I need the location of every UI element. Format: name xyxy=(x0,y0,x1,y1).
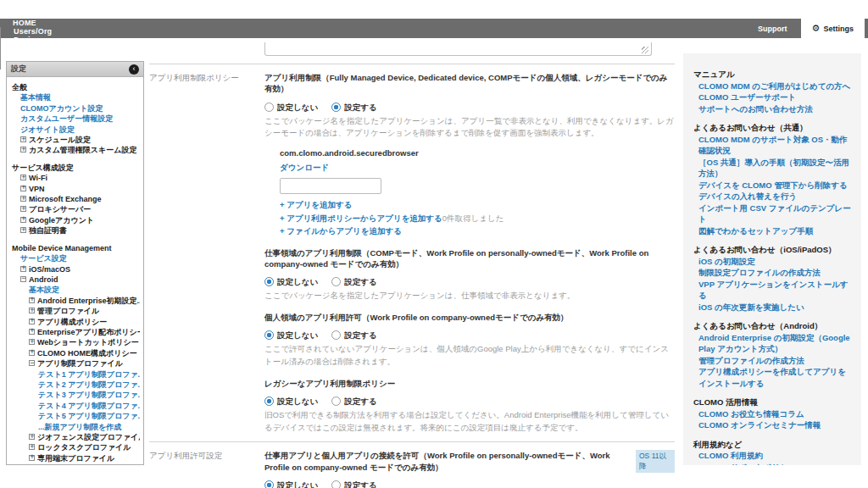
tree-item[interactable]: テスト1 アプリ制限プロファ... xyxy=(10,369,140,380)
help-link[interactable]: インポート用 CSV ファイルのテンプレート xyxy=(693,202,851,225)
expand-icon[interactable] xyxy=(20,266,26,272)
tree-item[interactable]: CLOMOアカウント設定 xyxy=(10,103,140,114)
radio-off[interactable] xyxy=(264,103,274,112)
tree-item[interactable]: Android xyxy=(10,274,140,285)
expand-icon[interactable] xyxy=(29,350,35,356)
download-link[interactable]: ダウンロード xyxy=(280,163,329,174)
tree-item[interactable]: ジオサイト設定 xyxy=(10,125,140,135)
nav-item-support[interactable]: Support xyxy=(744,19,801,38)
add-app-link[interactable]: + アプリを追加する xyxy=(280,200,353,209)
tree-item[interactable]: プロキシサーバー xyxy=(10,204,140,214)
expand-icon[interactable] xyxy=(29,308,35,313)
tree-item[interactable]: 専用端末プロファイル xyxy=(10,453,140,463)
nav-item[interactable]: Devices xyxy=(0,36,74,44)
help-link[interactable]: 図解でわかるセットアップ手順 xyxy=(693,225,851,237)
tree-item[interactable]: iOS/macOS xyxy=(10,264,140,274)
radio-off-selected[interactable] xyxy=(264,396,274,406)
tree-item[interactable]: 独自証明書 xyxy=(10,225,140,236)
nav-item[interactable]: Users/Org xyxy=(0,27,74,36)
radio-on[interactable] xyxy=(331,480,341,488)
expand-icon[interactable] xyxy=(29,455,35,461)
tree-item[interactable]: カスタム管理権限スキーム設定 xyxy=(10,145,140,155)
expand-icon[interactable] xyxy=(29,319,35,324)
tree-item[interactable]: CLOMO HOME構成ポリシー xyxy=(10,348,140,358)
help-link[interactable]: CLOMO MDM のご利用がはじめての方へ xyxy=(693,80,851,92)
help-link[interactable]: CLOMO ユーザーサポート xyxy=(693,92,851,103)
tree-item[interactable]: ジオフェンス設定プロファイル xyxy=(10,432,140,442)
help-link[interactable]: サポートへのお問い合わせ方法 xyxy=(693,103,851,115)
help-link[interactable]: CLOMO サポートポリシー xyxy=(693,462,851,466)
help-link[interactable]: 管理プロファイルの作成方法 xyxy=(693,355,851,367)
tree-item[interactable]: 基本情報 xyxy=(10,92,140,103)
resize-grip-icon[interactable] xyxy=(642,47,648,53)
tree-item[interactable]: Android Enterprise初期設定... xyxy=(10,296,140,306)
expand-icon[interactable] xyxy=(20,175,26,180)
help-link[interactable]: CLOMO お役立ち情報コラム xyxy=(693,408,851,420)
tree-item[interactable]: Webショートカットポリシー xyxy=(10,337,140,347)
expand-icon[interactable] xyxy=(20,196,26,202)
expand-icon[interactable] xyxy=(20,147,26,152)
help-link[interactable]: CLOMO 利用規約 xyxy=(693,450,851,462)
tree-item[interactable]: Wi-Fi xyxy=(10,173,140,183)
expand-icon[interactable] xyxy=(29,339,35,345)
expand-icon[interactable] xyxy=(29,434,35,440)
expand-icon[interactable] xyxy=(29,360,35,366)
tree-item[interactable]: アプリ権限設定プロファイル xyxy=(10,463,140,465)
radio-off-selected[interactable] xyxy=(264,330,274,340)
tree-item[interactable]: アプリ制限プロファイル xyxy=(10,358,140,369)
add-from-policy-link[interactable]: + アプリ利用ポリシーからアプリを追加する xyxy=(280,214,442,223)
tree-item[interactable]: アプリ構成ポリシー xyxy=(10,317,140,327)
expand-icon[interactable] xyxy=(20,217,26,223)
expand-icon[interactable] xyxy=(29,297,35,303)
expand-icon[interactable] xyxy=(20,227,26,233)
help-link[interactable]: デバイスを CLOMO 管理下から削除する xyxy=(693,180,851,191)
tree-item[interactable]: Enterpriseアプリ配布ポリシー xyxy=(10,327,140,337)
radio-on[interactable] xyxy=(331,277,341,286)
collapse-sidebar-button[interactable]: ‹ xyxy=(129,64,139,75)
tree-item[interactable]: ...新規アプリ制限を作成 xyxy=(10,422,140,432)
expand-icon[interactable] xyxy=(20,206,26,212)
tree-item[interactable]: テスト2 アプリ制限プロファ... xyxy=(10,380,140,390)
radio-on[interactable] xyxy=(331,330,341,340)
tree-item[interactable]: テスト4 アプリ制限プロファ... xyxy=(10,401,140,411)
expand-icon[interactable] xyxy=(29,329,35,335)
tree-item[interactable]: サービス設定 xyxy=(10,253,140,263)
help-link[interactable]: 制限設定プロファイルの作成方法 xyxy=(693,267,851,279)
radio-on-selected[interactable] xyxy=(331,103,341,112)
package-input[interactable] xyxy=(280,178,381,194)
radio-off-selected[interactable] xyxy=(264,277,274,286)
nav-item[interactable]: Applications xyxy=(0,44,74,53)
nav-item[interactable]: HOME xyxy=(0,19,74,27)
help-link[interactable]: デバイスの入れ替えを行う xyxy=(693,191,851,202)
radio-off-selected[interactable] xyxy=(264,480,274,488)
tab-settings-label: Settings xyxy=(823,25,854,33)
tree-item[interactable]: テスト3 アプリ制限プロファ... xyxy=(10,390,140,400)
help-link[interactable]: CLOMO MDM のサポート対象 OS・動作確認状況 xyxy=(693,134,851,157)
radio-on[interactable] xyxy=(331,396,341,406)
help-link[interactable]: iOS の年次更新を実施したい xyxy=(693,302,851,313)
help-link[interactable]: VPP アプリケーションをインストールする xyxy=(693,279,851,302)
notes-textarea[interactable] xyxy=(264,42,652,56)
expand-icon[interactable] xyxy=(20,276,26,282)
tree-item[interactable]: VPN xyxy=(10,184,140,194)
tree-item[interactable]: Microsoft Exchange xyxy=(10,194,140,204)
tab-settings-active[interactable]: ⚙ Settings xyxy=(801,19,865,38)
help-link[interactable]: アプリ構成ポリシーを作成してアプリをインストールする xyxy=(693,366,851,389)
expand-icon[interactable] xyxy=(20,136,26,142)
tree-item[interactable]: カスタムユーザー情報設定 xyxy=(10,114,140,124)
help-link[interactable]: ［OS 共通］導入の手順（初期設定〜活用方法） xyxy=(693,157,851,180)
nav-item[interactable]: Jobs xyxy=(0,53,74,61)
add-from-file-link[interactable]: + ファイルからアプリを追加する xyxy=(280,226,402,236)
expand-icon[interactable] xyxy=(29,444,35,450)
tree-item[interactable]: 基本設定 xyxy=(10,285,140,295)
tree-item[interactable]: ロックタスクプロファイル xyxy=(10,442,140,452)
help-link[interactable]: CLOMO オンラインセミナー情報 xyxy=(693,419,851,431)
help-link[interactable]: iOS の初期設定 xyxy=(693,256,851,268)
block-work-area-restriction: 仕事領域のアプリ利用制限（COMPモード、Work Profile on per… xyxy=(264,247,675,302)
tree-item[interactable]: Googleアカウント xyxy=(10,215,140,225)
tree-item[interactable]: 管理プロファイル xyxy=(10,306,140,316)
tree-item[interactable]: スケジュール設定 xyxy=(10,135,140,145)
expand-icon[interactable] xyxy=(20,186,26,191)
tree-item[interactable]: テスト5 アプリ制限プロファ... xyxy=(10,411,140,421)
help-link[interactable]: Android Enterprise の初期設定（Google Play アカウ… xyxy=(693,332,851,355)
